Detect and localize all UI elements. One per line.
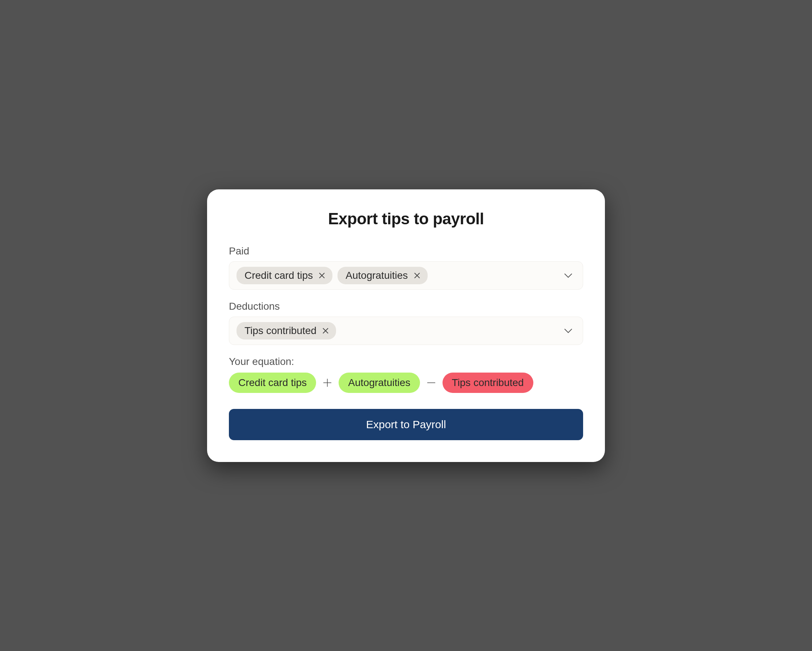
deductions-label: Deductions bbox=[229, 301, 583, 312]
close-icon[interactable] bbox=[413, 272, 421, 280]
equation-label: Your equation: bbox=[229, 356, 583, 367]
chip-label: Autogratuities bbox=[345, 270, 408, 281]
close-icon[interactable] bbox=[322, 327, 330, 335]
chip-label: Tips contributed bbox=[244, 325, 316, 336]
modal-title: Export tips to payroll bbox=[229, 210, 583, 228]
chevron-down-icon[interactable] bbox=[564, 328, 572, 333]
equation-term: Autogratuities bbox=[339, 373, 420, 393]
plus-icon bbox=[323, 378, 332, 388]
close-icon[interactable] bbox=[318, 272, 326, 280]
deductions-select[interactable]: Tips contributed bbox=[229, 316, 583, 345]
equation-row: Credit card tips Autogratuities Tips con… bbox=[229, 373, 583, 393]
chevron-down-icon[interactable] bbox=[564, 273, 572, 278]
export-button[interactable]: Export to Payroll bbox=[229, 409, 583, 440]
paid-select[interactable]: Credit card tips Autogratuities bbox=[229, 261, 583, 290]
equation-term: Credit card tips bbox=[229, 373, 316, 393]
minus-icon bbox=[427, 378, 436, 388]
paid-chip: Credit card tips bbox=[237, 267, 333, 284]
paid-field: Paid Credit card tips Autogratuities bbox=[229, 245, 583, 290]
equation-section: Your equation: Credit card tips Autograt… bbox=[229, 356, 583, 393]
chip-label: Credit card tips bbox=[244, 270, 313, 281]
export-tips-modal: Export tips to payroll Paid Credit card … bbox=[207, 189, 605, 462]
paid-label: Paid bbox=[229, 245, 583, 257]
deductions-field: Deductions Tips contributed bbox=[229, 301, 583, 345]
equation-term: Tips contributed bbox=[443, 373, 533, 393]
paid-chip: Autogratuities bbox=[337, 267, 427, 284]
deductions-chip: Tips contributed bbox=[237, 322, 336, 339]
